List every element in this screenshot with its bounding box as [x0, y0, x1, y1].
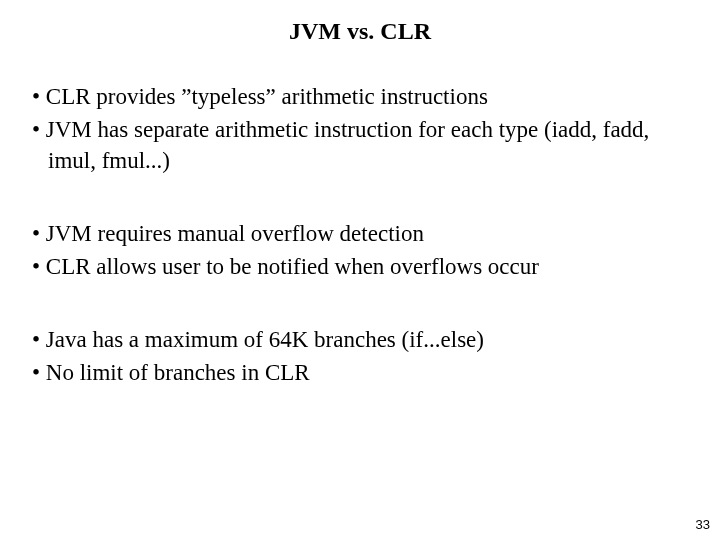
bullet-item: CLR provides ”typeless” arithmetic instr…: [24, 81, 696, 112]
bullet-group: JVM requires manual overflow detection C…: [24, 218, 696, 282]
bullet-group: CLR provides ”typeless” arithmetic instr…: [24, 81, 696, 176]
bullet-item: CLR allows user to be notified when over…: [24, 251, 696, 282]
slide: JVM vs. CLR CLR provides ”typeless” arit…: [0, 0, 720, 540]
bullet-group: Java has a maximum of 64K branches (if..…: [24, 324, 696, 388]
bullet-item: JVM has separate arithmetic instruction …: [24, 114, 696, 176]
bullet-item: Java has a maximum of 64K branches (if..…: [24, 324, 696, 355]
page-number: 33: [696, 517, 710, 532]
bullet-item: JVM requires manual overflow detection: [24, 218, 696, 249]
bullet-item: No limit of branches in CLR: [24, 357, 696, 388]
slide-title: JVM vs. CLR: [24, 18, 696, 45]
